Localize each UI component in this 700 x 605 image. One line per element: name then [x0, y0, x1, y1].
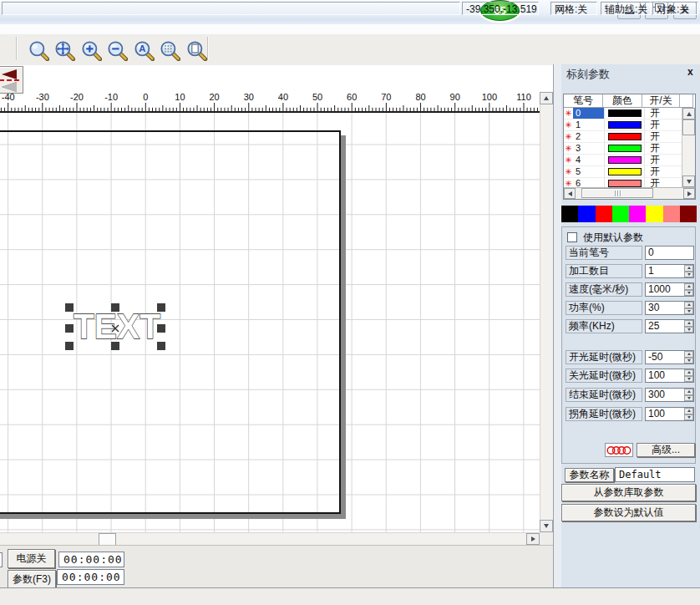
param-name-field[interactable]: Default: [615, 467, 695, 482]
zoom-page-button[interactable]: [183, 37, 208, 62]
parameters-f3-button[interactable]: 参数(F3): [8, 570, 56, 588]
field-label: 开光延时(微秒): [566, 350, 642, 364]
scroll-up-button[interactable]: [540, 92, 553, 104]
pen-row[interactable]: ✳0开: [564, 108, 695, 119]
pen-row[interactable]: ✳6开: [564, 178, 695, 187]
selection-handle[interactable]: [65, 342, 74, 350]
svg-text:60: 60: [347, 92, 357, 102]
use-default-params-checkbox[interactable]: [567, 232, 577, 242]
zoom-out-button[interactable]: [104, 37, 129, 62]
zoom-pan-button[interactable]: [52, 37, 77, 62]
zoom-in-button[interactable]: [78, 37, 103, 62]
field-input[interactable]: 30: [645, 301, 694, 315]
palette-swatch[interactable]: [596, 206, 612, 222]
field-spinner[interactable]: [684, 320, 693, 333]
selection-handle[interactable]: [111, 303, 119, 312]
field-input[interactable]: 300: [645, 388, 694, 402]
field-input[interactable]: -50: [645, 350, 694, 364]
selection-handle[interactable]: [65, 303, 74, 312]
param-name-button[interactable]: 参数名称: [565, 468, 614, 482]
pen-hscroll-thumb[interactable]: [581, 188, 653, 198]
load-from-library-button[interactable]: 从参数库取参数: [561, 484, 696, 501]
field-spinner[interactable]: [684, 389, 693, 401]
canvas-horizontal-scrollbar[interactable]: [0, 532, 540, 545]
selection-handle[interactable]: [65, 324, 74, 333]
palette-swatch[interactable]: [629, 206, 646, 222]
selection-handle[interactable]: [157, 324, 165, 333]
pen-row[interactable]: ✳3开: [564, 143, 695, 155]
spin-down-button[interactable]: [684, 308, 693, 315]
spin-up-button[interactable]: [684, 265, 693, 272]
spin-down-button[interactable]: [684, 327, 693, 333]
spin-down-button[interactable]: [684, 290, 693, 297]
field-spinner[interactable]: [684, 265, 693, 277]
scroll-right-button[interactable]: [526, 533, 540, 545]
spin-up-button[interactable]: [684, 320, 693, 327]
pen-scroll-up-button[interactable]: [682, 108, 695, 119]
spin-down-button[interactable]: [684, 358, 693, 364]
field-spinner[interactable]: [684, 302, 693, 314]
selection-handle[interactable]: [157, 342, 165, 350]
pen-scroll-left-button[interactable]: [564, 188, 576, 199]
canvas-vertical-scrollbar[interactable]: [540, 92, 553, 532]
selection-handle[interactable]: [111, 342, 119, 350]
field-input[interactable]: 25: [645, 319, 694, 333]
zoom-selection-button[interactable]: [157, 37, 182, 62]
set-as-default-button[interactable]: 参数设为默认值: [561, 504, 696, 521]
field-input[interactable]: 1000: [645, 282, 694, 297]
arrow-up-icon: [687, 390, 691, 393]
arrow-up-icon: [687, 285, 691, 287]
pen-table-header: 笔号颜色开/关: [564, 94, 695, 108]
pen-state: 开: [644, 166, 681, 177]
scroll-down-button[interactable]: [540, 520, 553, 532]
field-spinner[interactable]: [684, 351, 693, 364]
rings-button[interactable]: [605, 443, 633, 457]
advanced-button[interactable]: 高级...: [637, 443, 695, 457]
field-spinner[interactable]: [684, 283, 693, 296]
field-input[interactable]: 100: [645, 407, 694, 421]
field-label: 关光延时(微秒): [566, 369, 642, 383]
pen-table-vscrollbar[interactable]: [682, 108, 695, 187]
pen-table-hscrollbar[interactable]: [564, 187, 695, 199]
pen-scroll-thumb[interactable]: [682, 119, 695, 135]
pen-row[interactable]: ✳2开: [564, 131, 695, 143]
selection-handle[interactable]: [157, 303, 165, 312]
spin-up-button[interactable]: [684, 351, 693, 358]
spin-down-button[interactable]: [684, 395, 693, 402]
spin-down-button[interactable]: [684, 376, 693, 383]
palette-swatch[interactable]: [578, 206, 595, 222]
status-object-toggle[interactable]: 对象:关: [652, 2, 698, 15]
pen-row[interactable]: ✳1开: [564, 119, 695, 131]
spin-up-button[interactable]: [684, 302, 693, 308]
palette-swatch[interactable]: [663, 206, 680, 222]
panel-close-button[interactable]: x: [687, 66, 693, 78]
pen-scroll-right-button[interactable]: [683, 188, 695, 199]
field-input[interactable]: 100: [645, 369, 694, 383]
status-guides-toggle[interactable]: 辅助线:关: [601, 2, 651, 15]
field-input[interactable]: 1: [645, 264, 694, 278]
pen-scroll-down-button[interactable]: [682, 175, 695, 187]
palette-swatch[interactable]: [646, 206, 662, 222]
spin-down-button[interactable]: [684, 414, 693, 421]
field-spinner[interactable]: [684, 369, 693, 382]
pen-row[interactable]: ✳4开: [564, 155, 695, 166]
spin-down-button[interactable]: [684, 272, 693, 278]
spin-up-button[interactable]: [684, 283, 693, 290]
palette-swatch[interactable]: [612, 206, 629, 222]
spin-up-button[interactable]: [684, 369, 693, 376]
selected-text-object[interactable]: TEXT: [58, 297, 175, 357]
mirror-axis-icon: [0, 79, 19, 81]
status-grid-toggle[interactable]: 网格:关: [550, 2, 597, 15]
field-input[interactable]: 0: [645, 246, 694, 260]
palette-swatch[interactable]: [680, 206, 697, 222]
horizontal-scroll-thumb[interactable]: [99, 533, 116, 546]
spin-up-button[interactable]: [684, 389, 693, 395]
pen-row[interactable]: ✳5开: [564, 166, 695, 178]
field-spinner[interactable]: [684, 408, 693, 420]
palette-swatch[interactable]: [561, 206, 578, 222]
zoom-all-button[interactable]: A: [130, 37, 155, 62]
zoom-page-icon: [185, 38, 207, 61]
spin-up-button[interactable]: [684, 408, 693, 414]
zoom-tool-button[interactable]: [25, 37, 50, 62]
power-off-button[interactable]: 电源关: [8, 549, 55, 568]
